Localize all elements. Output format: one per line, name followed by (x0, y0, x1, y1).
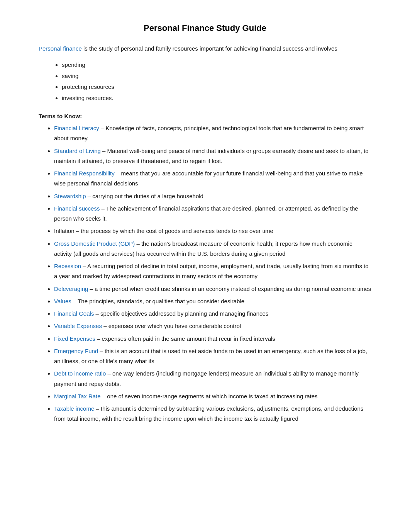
list-item: Marginal Tax Rate – one of seven income-… (54, 391, 371, 401)
term-label-financial-responsibility: Financial Responsibility (54, 170, 115, 177)
term-label-values: Values (54, 298, 71, 304)
term-label-financial-goals: Financial Goals (54, 310, 94, 317)
list-item: Financial success – The achievement of f… (54, 204, 371, 224)
list-item: protecting resources (62, 82, 371, 93)
term-label-debt-to-income: Debt to income ratio (54, 370, 106, 377)
term-label-gdp: Gross Domestic Product (GDP) (54, 240, 135, 247)
list-item: Financial Responsibility – means that yo… (54, 168, 371, 189)
term-label-taxable-income: Taxable income (54, 405, 94, 412)
terms-list: Financial Literacy – Knowledge of facts,… (54, 123, 371, 424)
list-item: Debt to income ratio – one way lenders (… (54, 369, 371, 389)
list-item: Stewardship – carrying out the duties of… (54, 191, 371, 201)
term-definition: – a time period when credit use shrinks … (88, 286, 371, 292)
term-definition: – this amount is determined by subtracti… (54, 405, 363, 422)
term-label-recession: Recession (54, 263, 81, 269)
term-definition: – one of seven income-range segments at … (101, 393, 318, 399)
term-label-marginal-tax-rate: Marginal Tax Rate (54, 393, 101, 399)
list-item: Emergency Fund – this is an account that… (54, 346, 371, 367)
term-label-standard-of-living: Standard of Living (54, 148, 101, 154)
terms-heading: Terms to Know: (39, 113, 371, 119)
list-item: Taxable income – this amount is determin… (54, 404, 371, 424)
term-definition: – A recurring period of decline in total… (54, 263, 369, 279)
intro-text: is the study of personal and family reso… (82, 45, 337, 52)
term-definition: Inflation – the process by which the cos… (54, 228, 273, 234)
page-title: Personal Finance Study Guide (39, 23, 371, 33)
list-item: Deleveraging – a time period when credit… (54, 284, 371, 294)
term-definition: – Knowledge of facts, concepts, principl… (54, 125, 364, 141)
list-item: Fixed Expenses – expenses often paid in … (54, 334, 371, 344)
term-label-stewardship: Stewardship (54, 193, 86, 199)
term-definition: – carrying out the duties of a large hou… (86, 193, 203, 199)
term-definition: – specific objectives addressed by plann… (94, 310, 268, 317)
list-item: Variable Expenses – expenses over which … (54, 321, 371, 331)
list-item: Gross Domestic Product (GDP) – the natio… (54, 239, 371, 259)
list-item: Financial Literacy – Knowledge of facts,… (54, 123, 371, 144)
term-definition: – The achievement of financial aspiratio… (54, 205, 358, 222)
term-label-financial-literacy: Financial Literacy (54, 125, 99, 131)
list-item: spending (62, 59, 371, 71)
term-definition: – Material well-being and peace of mind … (54, 148, 369, 164)
term-definition: – expenses often paid in the same amount… (95, 335, 275, 342)
list-item: saving (62, 71, 371, 82)
term-definition: – this is an account that is used to set… (54, 348, 367, 364)
term-label-deleveraging: Deleveraging (54, 286, 88, 292)
personal-finance-link[interactable]: Personal finance (39, 45, 82, 52)
intro-paragraph: Personal finance is the study of persona… (39, 44, 371, 53)
term-definition: – expenses over which you have considera… (102, 323, 241, 329)
list-item: Values – The principles, standards, or q… (54, 296, 371, 306)
term-label-financial-success: Financial success (54, 205, 100, 212)
list-item: Financial Goals – specific objectives ad… (54, 309, 371, 319)
term-label-fixed-expenses: Fixed Expenses (54, 335, 95, 342)
term-definition: – The principles, standards, or qualitie… (71, 298, 244, 304)
list-item: Standard of Living – Material well-being… (54, 146, 371, 167)
list-item: Recession – A recurring period of declin… (54, 261, 371, 282)
list-item: investing resources. (62, 93, 371, 104)
term-label-variable-expenses: Variable Expenses (54, 323, 102, 329)
intro-list: spending saving protecting resources inv… (62, 59, 371, 104)
list-item: Inflation – the process by which the cos… (54, 226, 371, 236)
term-label-emergency-fund: Emergency Fund (54, 348, 98, 354)
